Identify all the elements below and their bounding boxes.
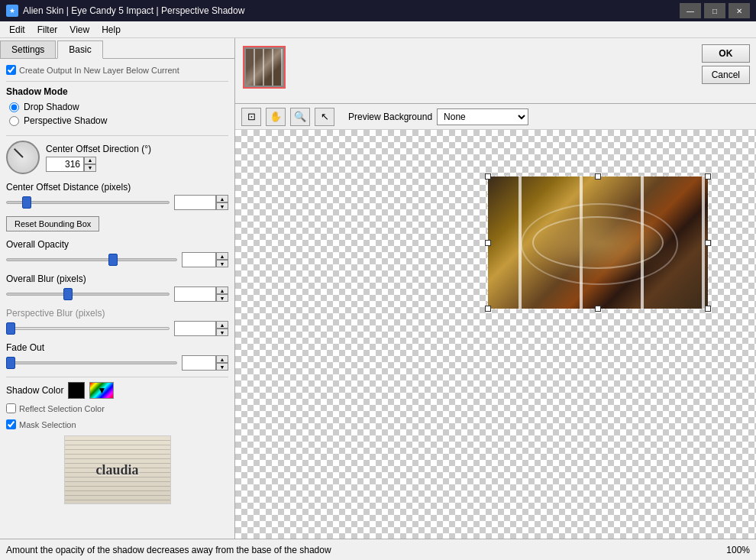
menu-edit[interactable]: Edit <box>3 23 31 37</box>
direction-spinbox: 316 ▲ ▼ <box>46 157 151 172</box>
blur-thumb[interactable] <box>63 288 73 300</box>
opacity-up[interactable]: ▲ <box>216 252 228 260</box>
preview-area: OK Cancel ⊡ ✋ 🔍 ↖ Preview Background Non… <box>235 38 756 539</box>
zoom-tool-button[interactable]: 🔍 <box>290 108 310 126</box>
ok-button[interactable]: OK <box>702 44 750 63</box>
blur-down[interactable]: ▼ <box>216 294 228 302</box>
fade-out-row: Fade Out 0 ▲ ▼ <box>6 342 228 371</box>
perspective-blur-input[interactable]: 0.00 <box>174 321 216 336</box>
tab-basic[interactable]: Basic <box>57 40 102 59</box>
handle-tl[interactable] <box>485 173 491 180</box>
distance-row: Center Offset Distance (pixels) 20.00 ▲ … <box>6 182 228 210</box>
handle-bc[interactable] <box>595 306 601 312</box>
reflect-selection-checkbox[interactable] <box>6 403 16 413</box>
blur-label: Overall Blur (pixels) <box>6 274 228 284</box>
thumb-lines <box>246 49 283 86</box>
fade-out-input[interactable]: 0 <box>182 355 216 371</box>
distance-up[interactable]: ▲ <box>216 195 228 202</box>
pan-tool-button[interactable]: ✋ <box>266 108 286 126</box>
zoom-icon: 🔍 <box>294 111 306 122</box>
zoom-to-fit-button[interactable]: ⊡ <box>241 108 261 126</box>
fade-out-down[interactable]: ▼ <box>216 363 228 371</box>
selection-box[interactable] <box>487 176 709 309</box>
preview-canvas[interactable] <box>235 130 756 539</box>
menu-filter[interactable]: Filter <box>31 23 64 37</box>
select-icon: ↖ <box>321 111 329 122</box>
close-button[interactable]: ✕ <box>729 3 750 18</box>
direction-up[interactable]: ▲ <box>84 157 96 164</box>
zoom-fit-icon: ⊡ <box>247 111 256 122</box>
distance-down[interactable]: ▼ <box>216 202 228 210</box>
menu-help[interactable]: Help <box>95 23 127 37</box>
fade-out-up[interactable]: ▲ <box>216 355 228 363</box>
perspective-blur-thumb[interactable] <box>6 322 15 335</box>
reflect-selection-label: Reflect Selection Color <box>19 404 105 413</box>
preview-top-bar: OK Cancel <box>235 38 756 104</box>
blur-input[interactable]: 22.03 <box>174 286 216 302</box>
blur-slider-container <box>6 288 170 300</box>
reset-bounding-box-button[interactable]: Reset Bounding Box <box>6 216 99 231</box>
color-picker-button[interactable]: ▼ <box>89 382 114 399</box>
preview-toolbar: ⊡ ✋ 🔍 ↖ Preview Background None White Bl… <box>235 104 756 130</box>
opacity-controls: 80 ▲ ▼ <box>6 252 228 267</box>
handle-bl[interactable] <box>485 306 491 312</box>
reflect-selection-row: Reflect Selection Color <box>6 403 228 413</box>
tab-settings[interactable]: Settings <box>0 40 56 58</box>
drop-shadow-label: Drop Shadow <box>24 102 79 112</box>
opacity-down[interactable]: ▼ <box>216 260 228 267</box>
preview-background-select[interactable]: None White Black Checkerboard <box>437 108 528 125</box>
preview-bg-label: Preview Background <box>348 112 432 122</box>
handle-br[interactable] <box>705 306 711 312</box>
perspective-shadow-radio[interactable] <box>9 116 19 126</box>
distance-slider-container <box>6 196 170 209</box>
shadow-color-label: Shadow Color <box>6 385 63 396</box>
distance-controls: 20.00 ▲ ▼ <box>6 195 228 210</box>
distance-thumb[interactable] <box>22 196 31 209</box>
panel-content: Create Output In New Layer Below Current… <box>0 59 234 539</box>
perspective-blur-controls: 0.00 ▲ ▼ <box>6 321 228 336</box>
opacity-input[interactable]: 80 <box>182 252 216 267</box>
direction-input[interactable]: 316 <box>46 157 84 172</box>
opacity-label: Overall Opacity <box>6 239 228 250</box>
perspective-blur-up[interactable]: ▲ <box>216 321 228 329</box>
handle-tr[interactable] <box>705 173 711 180</box>
blur-row: Overall Blur (pixels) 22.03 ▲ ▼ <box>6 274 228 302</box>
handle-tc[interactable] <box>595 173 601 180</box>
direction-down[interactable]: ▼ <box>84 164 96 172</box>
perspective-shadow-label: Perspective Shadow <box>24 115 107 126</box>
drop-shadow-row: Drop Shadow <box>9 102 228 112</box>
preview-thumbnail[interactable] <box>243 46 286 89</box>
minimize-button[interactable]: — <box>680 3 701 18</box>
menu-view[interactable]: View <box>63 23 95 37</box>
handle-ml[interactable] <box>485 240 491 246</box>
blur-up[interactable]: ▲ <box>216 286 228 294</box>
create-output-row: Create Output In New Layer Below Current <box>6 65 228 75</box>
handle-mr[interactable] <box>705 240 711 246</box>
mask-selection-checkbox[interactable] <box>6 419 16 429</box>
fade-out-slider-container <box>6 357 177 369</box>
cancel-button[interactable]: Cancel <box>702 66 750 84</box>
create-output-label: Create Output In New Layer Below Current <box>19 66 179 75</box>
mask-selection-label: Mask Selection <box>19 420 76 429</box>
perspective-blur-down[interactable]: ▼ <box>216 329 228 336</box>
fade-out-thumb[interactable] <box>6 357 15 369</box>
perspective-blur-track <box>6 327 170 330</box>
zoom-level: 100% <box>726 545 750 555</box>
shadow-color-swatch[interactable] <box>68 382 85 399</box>
fade-out-track <box>6 361 177 364</box>
maximize-button[interactable]: □ <box>704 3 725 18</box>
preview-image-wrapper[interactable] <box>487 176 709 309</box>
color-picker-arrow: ▼ <box>97 385 106 396</box>
shadow-mode-group: Drop Shadow Perspective Shadow <box>6 102 228 126</box>
perspective-blur-slider-container <box>6 322 170 335</box>
opacity-thumb[interactable] <box>108 254 118 266</box>
opacity-track <box>6 258 177 261</box>
direction-dial[interactable] <box>6 141 40 174</box>
drop-shadow-radio[interactable] <box>9 102 19 112</box>
distance-input[interactable]: 20.00 <box>174 195 216 210</box>
select-tool-button[interactable]: ↖ <box>315 108 334 126</box>
create-output-checkbox[interactable] <box>6 65 16 75</box>
title-bar: ★ Alien Skin | Eye Candy 5 Impact | Pers… <box>0 0 756 21</box>
mask-selection-row: Mask Selection <box>6 419 228 429</box>
tab-bar: Settings Basic <box>0 38 234 59</box>
